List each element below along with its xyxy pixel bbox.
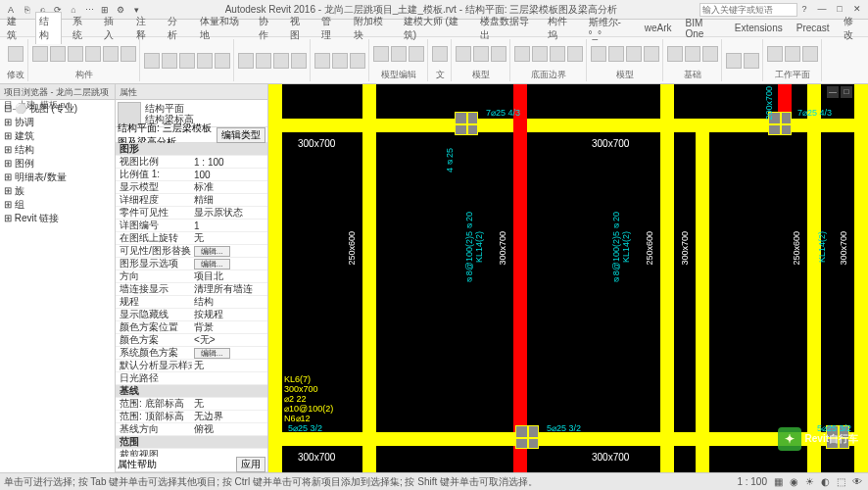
ribbon-button[interactable] bbox=[68, 46, 83, 62]
help-link[interactable]: 属性帮助 bbox=[118, 458, 236, 471]
tree-item[interactable]: ⊞ 族 bbox=[4, 184, 111, 198]
beam-vertical[interactable] bbox=[660, 84, 674, 472]
ribbon-button[interactable] bbox=[473, 46, 489, 62]
ribbon-button[interactable] bbox=[256, 53, 271, 69]
minimize-icon[interactable]: — bbox=[815, 4, 829, 16]
ribbon-button[interactable] bbox=[291, 53, 307, 69]
ribbon-button[interactable] bbox=[103, 46, 119, 62]
property-value[interactable]: 编辑... bbox=[192, 347, 267, 359]
property-value[interactable]: 无边界 bbox=[192, 410, 267, 423]
property-value[interactable]: 100 bbox=[192, 170, 267, 180]
ribbon-button[interactable] bbox=[591, 46, 606, 62]
ribbon-button[interactable] bbox=[85, 46, 101, 62]
visual-style-icon[interactable]: ◉ bbox=[788, 476, 800, 487]
property-value[interactable]: <无> bbox=[192, 333, 267, 347]
beam-vertical[interactable] bbox=[854, 84, 868, 472]
property-value[interactable]: 俯视 bbox=[192, 422, 267, 436]
ribbon-button[interactable] bbox=[785, 46, 800, 62]
property-value[interactable]: 显示原状态 bbox=[192, 206, 267, 220]
ribbon-button[interactable] bbox=[550, 46, 565, 62]
property-value[interactable]: 1 : 100 bbox=[192, 157, 267, 168]
tree-item[interactable]: ⊞ 组 bbox=[4, 198, 111, 212]
tab-plugin7[interactable]: Extensions bbox=[732, 21, 786, 35]
ribbon-button[interactable] bbox=[667, 46, 683, 62]
ribbon-button[interactable] bbox=[121, 46, 136, 62]
ribbon-button[interactable] bbox=[608, 46, 624, 62]
ribbon-button[interactable] bbox=[373, 46, 389, 62]
apply-button[interactable]: 应用 bbox=[236, 457, 265, 472]
ribbon-button[interactable] bbox=[491, 46, 506, 62]
ribbon-button[interactable] bbox=[514, 46, 530, 62]
browser-tree[interactable]: ⊟ ⚪ 视图 (专业) ⊞ 协调 ⊞ 建筑 ⊞ 结构⊞ 图例⊞ 明细表/数量⊞ … bbox=[0, 100, 115, 227]
property-value[interactable]: 编辑... bbox=[192, 245, 267, 257]
property-value[interactable]: 精细 bbox=[192, 193, 267, 207]
ribbon-button[interactable] bbox=[215, 53, 230, 69]
help-search-input[interactable] bbox=[699, 3, 797, 17]
ribbon-button[interactable] bbox=[314, 53, 330, 69]
ribbon-button[interactable] bbox=[532, 46, 548, 62]
ribbon-button[interactable] bbox=[802, 46, 818, 62]
beam-vertical[interactable] bbox=[268, 84, 282, 472]
max-view-icon[interactable]: □ bbox=[841, 86, 852, 98]
ribbon-button[interactable] bbox=[50, 46, 66, 62]
shadows-icon[interactable]: ◐ bbox=[819, 476, 832, 487]
tab-modify[interactable]: 修改 bbox=[841, 13, 864, 44]
min-view-icon[interactable]: — bbox=[827, 86, 839, 98]
ribbon-button[interactable] bbox=[391, 46, 407, 62]
property-value[interactable]: 项目北 bbox=[192, 270, 267, 283]
properties-panel[interactable]: 属性 结构平面 结构梁标高 结构平面: 三层梁模板图及梁高分析 编辑类型 图形视… bbox=[116, 84, 268, 472]
tree-item[interactable]: ⊞ 结构 bbox=[4, 143, 111, 157]
scale-display[interactable]: 1 : 100 bbox=[735, 476, 769, 487]
ribbon-button[interactable] bbox=[685, 46, 700, 62]
property-value[interactable]: 编辑... bbox=[192, 258, 267, 270]
property-value[interactable]: 清理所有墙连 bbox=[192, 282, 267, 296]
tree-item[interactable]: ⊞ 明细表/数量 bbox=[4, 171, 111, 184]
ribbon-button[interactable] bbox=[644, 46, 659, 62]
beam-vertical[interactable] bbox=[807, 84, 821, 472]
property-value[interactable]: 结构 bbox=[192, 295, 267, 309]
ribbon-button[interactable] bbox=[162, 53, 177, 69]
column[interactable] bbox=[455, 112, 478, 135]
edit-type-button[interactable]: 编辑类型 bbox=[217, 127, 265, 143]
tab-plugin6[interactable]: BIM One bbox=[682, 16, 723, 41]
ribbon-button[interactable] bbox=[567, 46, 583, 62]
ribbon-button[interactable] bbox=[32, 46, 48, 62]
ribbon-button[interactable] bbox=[273, 53, 289, 69]
drawing-canvas[interactable]: — □ ✕ 300x700 300x700 300x700 300x700 25… bbox=[268, 84, 868, 472]
tree-item[interactable]: ⊞ 建筑 bbox=[4, 129, 111, 143]
tree-item[interactable]: ⊞ Revit 链接 bbox=[4, 212, 111, 225]
beam-vertical[interactable] bbox=[362, 84, 376, 472]
view-control-bar[interactable]: 1 : 100 ▦ ◉ ☀ ◐ ⬚ 👁 bbox=[735, 476, 864, 487]
tab-plugin4[interactable]: 斯维尔-°_° bbox=[586, 14, 634, 42]
property-value[interactable]: 无 bbox=[192, 359, 267, 372]
ribbon-button[interactable] bbox=[350, 53, 365, 69]
beam-vertical-red[interactable] bbox=[513, 84, 527, 472]
property-value[interactable]: 背景 bbox=[192, 320, 267, 334]
property-value[interactable]: 无 bbox=[192, 231, 267, 245]
ribbon-button[interactable] bbox=[432, 46, 448, 62]
help-icon[interactable]: ? bbox=[797, 4, 811, 16]
ribbon-button[interactable] bbox=[144, 53, 160, 69]
ribbon-button[interactable] bbox=[197, 53, 213, 69]
detail-icon[interactable]: ▦ bbox=[772, 476, 785, 487]
ribbon-button[interactable] bbox=[238, 53, 254, 69]
ribbon-button[interactable] bbox=[332, 53, 348, 69]
ribbon-button[interactable] bbox=[409, 46, 424, 62]
tab-plugin8[interactable]: Precast bbox=[794, 21, 833, 35]
project-browser[interactable]: 项目浏览器 - 龙尚二层跳项目_土建_模板.rvt ⊟ ⚪ 视图 (专业) ⊞ … bbox=[0, 84, 116, 472]
properties-list[interactable]: 图形视图比例1 : 100比例值 1:100显示模型标准详细程度精细零件可见性显… bbox=[116, 143, 267, 457]
ribbon-button[interactable] bbox=[767, 46, 783, 62]
sun-path-icon[interactable]: ☀ bbox=[803, 476, 816, 487]
ribbon-button[interactable] bbox=[179, 53, 195, 69]
tree-item[interactable]: ⊞ 协调 bbox=[4, 116, 111, 129]
ribbon-button[interactable] bbox=[626, 46, 642, 62]
tree-item[interactable]: ⊟ ⚪ 视图 (专业) bbox=[4, 102, 111, 116]
ribbon-button[interactable] bbox=[726, 53, 742, 69]
column[interactable] bbox=[515, 425, 539, 449]
property-value[interactable]: 无 bbox=[192, 397, 267, 411]
ribbon-button[interactable] bbox=[744, 53, 759, 69]
tree-item[interactable]: ⊞ 图例 bbox=[4, 157, 111, 171]
property-value[interactable]: 标准 bbox=[192, 180, 267, 194]
ribbon-button[interactable] bbox=[456, 46, 471, 62]
crop-icon[interactable]: ⬚ bbox=[835, 476, 847, 487]
